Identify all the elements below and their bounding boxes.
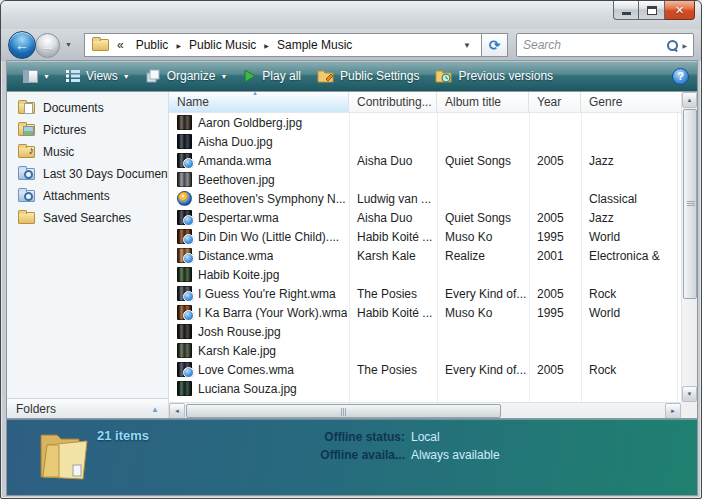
file-row[interactable]: I Ka Barra (Your Work).wma Habib Koité .… xyxy=(169,303,681,322)
forward-button[interactable]: → xyxy=(35,33,60,58)
sidebar-item[interactable]: Pictures xyxy=(7,119,168,141)
search-expand-icon[interactable]: ▶ xyxy=(682,42,687,49)
file-row[interactable]: Din Din Wo (Little Child).... Habib Koit… xyxy=(169,227,681,246)
scroll-down-button[interactable]: ▼ xyxy=(682,386,697,402)
music-folder-icon xyxy=(18,146,35,158)
breadcrumb-dropdown-icon[interactable]: ▼ xyxy=(458,41,476,50)
column-header-genre[interactable]: Genre xyxy=(581,92,697,112)
breadcrumb-item[interactable]: Public Music xyxy=(183,38,262,52)
album-title-cell: Every Kind of... xyxy=(437,287,529,301)
folders-collapse-icon: ▲ xyxy=(151,405,159,414)
scroll-right-button[interactable]: ► xyxy=(665,403,681,419)
breadcrumb-item[interactable]: Sample Music xyxy=(271,38,358,52)
offline-availability-value: Always available xyxy=(411,448,500,462)
help-button[interactable]: ? xyxy=(672,68,689,85)
column-header-album-title[interactable]: Album title xyxy=(437,92,529,112)
file-name-cell: Luciana Souza.jpg xyxy=(169,381,349,396)
views-button[interactable]: Views ▼ xyxy=(58,64,138,88)
file-row[interactable]: Josh Rouse.jpg xyxy=(169,322,681,341)
year-cell: 1995 xyxy=(529,306,581,320)
search-input[interactable] xyxy=(523,38,665,52)
sidebar-item[interactable]: Last 30 Days Document xyxy=(7,163,168,185)
year-cell: 2001 xyxy=(529,249,581,263)
file-row[interactable]: Beethoven's Symphony N... Ludwig van ...… xyxy=(169,189,681,208)
play-all-button[interactable]: Play all xyxy=(235,64,309,88)
file-row[interactable]: Karsh Kale.jpg xyxy=(169,341,681,360)
file-name-cell: I Ka Barra (Your Work).wma xyxy=(169,305,349,320)
genre-cell: Classical xyxy=(581,192,681,206)
window-controls: ✕ xyxy=(613,1,695,20)
title-bar[interactable]: ✕ xyxy=(1,1,701,29)
file-name: Karsh Kale.jpg xyxy=(198,344,276,358)
sidebar-item[interactable]: Attachments xyxy=(7,185,168,207)
scroll-up-icon: ▲ xyxy=(687,97,693,103)
forward-arrow-icon: → xyxy=(41,38,55,54)
jpg-thumbnail-icon xyxy=(177,381,192,396)
folders-label: Folders xyxy=(16,402,56,416)
sidebar-item-label: Documents xyxy=(43,101,104,115)
file-row[interactable]: Luciana Souza.jpg xyxy=(169,379,681,398)
column-header-year[interactable]: Year xyxy=(529,92,581,112)
sidebar-item[interactable]: Music xyxy=(7,141,168,163)
back-button[interactable]: ← xyxy=(8,31,36,59)
file-row[interactable]: Habib Koite.jpg xyxy=(169,265,681,284)
file-row[interactable]: Distance.wma Karsh Kale Realize 2001 Ele… xyxy=(169,246,681,265)
minimize-button[interactable] xyxy=(613,1,639,20)
folders-bar[interactable]: Folders ▲ xyxy=(7,398,168,419)
public-settings-label: Public Settings xyxy=(340,69,419,83)
file-list: ▲ Name Contributing... Album title Year … xyxy=(169,92,697,419)
breadcrumb-separator-icon[interactable]: ▶ xyxy=(262,42,271,49)
genre-cell: Rock xyxy=(581,363,681,377)
horizontal-scroll-thumb[interactable] xyxy=(186,404,501,418)
views-label: Views xyxy=(86,69,118,83)
details-pane: 21 items Offline status: Local Offline a… xyxy=(7,419,697,495)
file-row[interactable]: Aaron Goldberg.jpg xyxy=(169,113,681,132)
sidebar-item[interactable]: Saved Searches xyxy=(7,207,168,229)
search-folder-icon xyxy=(18,190,35,202)
details-fields: Offline status: Local Offline availa... … xyxy=(313,430,500,466)
breadcrumb-overflow-chevron[interactable]: « xyxy=(113,38,130,52)
file-name: Beethoven's Symphony N... xyxy=(198,192,346,206)
vertical-scrollbar[interactable]: ▲ ▼ xyxy=(681,92,697,402)
history-dropdown-icon[interactable]: ▼ xyxy=(65,41,72,48)
breadcrumb-item[interactable]: Public xyxy=(130,38,175,52)
file-name: Distance.wma xyxy=(198,249,273,263)
layout-pane-button[interactable]: ▼ xyxy=(15,64,58,88)
maximize-button[interactable] xyxy=(639,1,665,20)
previous-versions-button[interactable]: Previous versions xyxy=(427,64,561,88)
refresh-button[interactable]: ⟳ xyxy=(481,33,508,57)
organize-button[interactable]: Organize ▼ xyxy=(138,64,236,88)
sidebar-item[interactable]: Documents xyxy=(7,97,168,119)
file-row[interactable]: Despertar.wma Aisha Duo Quiet Songs 2005… xyxy=(169,208,681,227)
file-row[interactable]: Love Comes.wma The Posies Every Kind of.… xyxy=(169,360,681,379)
contributing-artists-cell: The Posies xyxy=(349,287,437,301)
breadcrumb-separator-icon[interactable]: ▶ xyxy=(174,42,183,49)
play-all-label: Play all xyxy=(262,69,301,83)
vertical-scroll-thumb[interactable] xyxy=(683,109,697,299)
file-row[interactable]: Aisha Duo.jpg xyxy=(169,132,681,151)
close-button[interactable]: ✕ xyxy=(665,1,695,20)
explorer-window: ✕ ← → ▼ « Public ▶ Public Music ▶ Sample… xyxy=(0,0,702,499)
jpg-thumbnail-icon xyxy=(177,343,192,358)
album-title-cell: Quiet Songs xyxy=(437,154,529,168)
file-row[interactable]: Beethoven.jpg xyxy=(169,170,681,189)
file-name-cell: Beethoven.jpg xyxy=(169,172,349,187)
breadcrumb-items: Public ▶ Public Music ▶ Sample Music xyxy=(130,38,359,52)
horizontal-scrollbar[interactable]: ◄ ► xyxy=(169,402,681,419)
settings-folder-icon xyxy=(317,69,334,83)
album-title-cell: Muso Ko xyxy=(437,230,529,244)
file-row[interactable]: Amanda.wma Aisha Duo Quiet Songs 2005 Ja… xyxy=(169,151,681,170)
genre-cell: World xyxy=(581,306,681,320)
search-icon[interactable] xyxy=(667,40,678,51)
public-settings-button[interactable]: Public Settings xyxy=(309,64,427,88)
wma-thumbnail-icon xyxy=(177,210,192,225)
column-header-name[interactable]: ▲ Name xyxy=(169,92,349,112)
scroll-up-button[interactable]: ▲ xyxy=(682,92,697,108)
file-row[interactable]: I Guess You're Right.wma The Posies Ever… xyxy=(169,284,681,303)
file-name: I Ka Barra (Your Work).wma xyxy=(198,306,347,320)
contributing-artists-cell: Aisha Duo xyxy=(349,154,437,168)
file-name: Josh Rouse.jpg xyxy=(198,325,281,339)
column-header-contributing[interactable]: Contributing... xyxy=(349,92,437,112)
scroll-left-button[interactable]: ◄ xyxy=(169,403,185,419)
item-count: 21 items xyxy=(97,428,149,443)
